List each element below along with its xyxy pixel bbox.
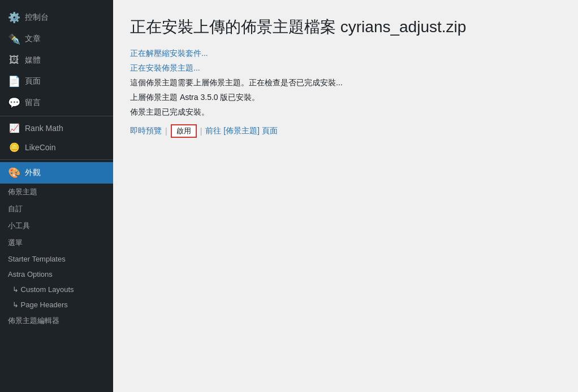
separator2: | [200,127,202,136]
status-line-5: 佈景主題已完成安裝。 [130,107,561,117]
sidebar-item-comments[interactable]: 💬 留言 [0,92,113,114]
comments-icon: 💬 [8,97,20,109]
appearance-icon: 🎨 [8,167,20,179]
sidebar-subitem-page-headers[interactable]: ↳ Page Headers [0,297,113,312]
sidebar-divider2 [0,159,113,160]
sidebar-subitem-widgets[interactable]: 小工具 [0,217,113,234]
action-row: 即時預覽 | 啟用 | 前往 [佈景主題] 頁面 [130,124,561,138]
posts-icon: ✒️ [8,33,20,45]
media-icon: 🖼 [8,54,20,66]
sidebar-item-media[interactable]: 🖼 媒體 [0,50,113,71]
sidebar-item-label: 媒體 [25,55,41,66]
sidebar-subitem-astra-options[interactable]: Astra Options [0,267,113,282]
activate-button[interactable]: 啟用 [171,124,197,138]
sidebar-item-label: 外觀 [25,168,41,178]
pages-icon: 📄 [8,75,20,88]
sidebar-item-label: LikeCoin [25,143,55,152]
sidebar-subitem-starter-templates[interactable]: Starter Templates [0,251,113,267]
sidebar-item-rankmath[interactable]: 📈 Rank Math [0,119,113,138]
sidebar-subitem-customize[interactable]: 自訂 [0,201,113,217]
sidebar-item-appearance[interactable]: 🎨 外觀 [0,162,113,184]
dashboard-icon: ⚙️ [8,11,20,24]
sidebar-item-pages[interactable]: 📄 頁面 [0,71,113,92]
likecoin-icon: 🪙 [8,142,20,153]
sidebar: ⚙️ 控制台 ✒️ 文章 🖼 媒體 📄 頁面 💬 留言 📈 Rank Math … [0,0,113,392]
theme-page-link[interactable]: 前往 [佈景主題] 頁面 [205,126,278,136]
sidebar-divider [0,116,113,116]
sidebar-item-dashboard[interactable]: ⚙️ 控制台 [0,7,113,28]
sidebar-item-label: 文章 [25,34,41,44]
rankmath-icon: 📈 [8,123,20,133]
separator1: | [165,127,167,136]
sidebar-subitem-menus[interactable]: 選單 [0,234,113,251]
status-line-2: 正在安裝佈景主題... [130,63,561,73]
sidebar-subitem-themes[interactable]: 佈景主題 [0,184,113,201]
sidebar-item-label: 控制台 [25,12,49,23]
sidebar-subitem-theme-editor[interactable]: 佈景主題編輯器 [0,312,113,329]
sidebar-item-label: 頁面 [25,76,41,86]
status-line-4: 上層佈景主題 Astra 3.5.0 版已安裝。 [130,93,561,103]
sidebar-item-label: 留言 [25,98,41,108]
main-content: 正在安裝上傳的佈景主題檔案 cyrians_adjust.zip 正在解壓縮安裝… [113,0,578,392]
sidebar-item-posts[interactable]: ✒️ 文章 [0,28,113,50]
sidebar-subitem-custom-layouts[interactable]: ↳ Custom Layouts [0,282,113,297]
status-line-1: 正在解壓縮安裝套件... [130,49,561,59]
preview-link[interactable]: 即時預覽 [130,126,162,136]
sidebar-item-label: Rank Math [25,124,63,133]
page-title: 正在安裝上傳的佈景主題檔案 cyrians_adjust.zip [130,17,561,37]
status-line-3: 這個佈景主題需要上層佈景主題。正在檢查是否已完成安裝... [130,78,561,88]
sidebar-item-likecoin[interactable]: 🪙 LikeCoin [0,138,113,157]
